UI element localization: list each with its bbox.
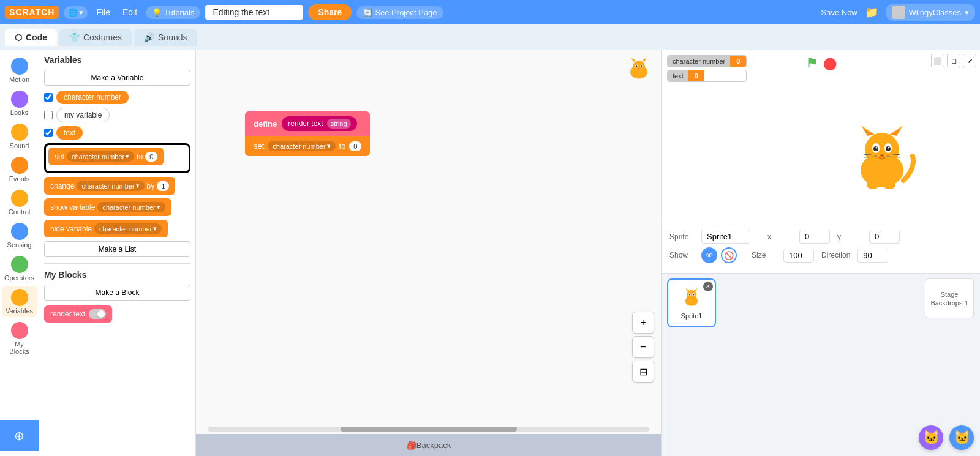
sprite-delete-button[interactable]: ✕ bbox=[703, 282, 713, 291]
sidebar-item-sound[interactable]: Sound bbox=[2, 121, 37, 152]
char-number-variable-block[interactable]: character number bbox=[56, 91, 129, 104]
main-layout: Motion Looks Sound Events Control Sensin… bbox=[0, 50, 980, 456]
show-visible-button[interactable]: 👁 bbox=[701, 247, 717, 263]
render-text-block[interactable]: render text bbox=[44, 305, 112, 323]
sidebar-item-control[interactable]: Control bbox=[2, 187, 37, 218]
backpack-icon: 🎒 bbox=[407, 441, 417, 450]
zoom-in-button[interactable]: + bbox=[632, 312, 654, 334]
sidebar-item-variables[interactable]: Variables bbox=[2, 286, 37, 317]
costumes-icon: 👕 bbox=[69, 32, 80, 42]
edit-menu[interactable]: Edit bbox=[119, 7, 141, 17]
sidebar-item-looks[interactable]: Looks bbox=[2, 88, 37, 119]
sprite-cat-icon bbox=[680, 287, 703, 311]
tab-code[interactable]: ⬡ Code bbox=[5, 29, 57, 46]
y-label: y bbox=[837, 233, 862, 241]
scratch-logo[interactable]: SCRATCH bbox=[5, 6, 59, 19]
add-extension-button[interactable]: ⊕ bbox=[0, 420, 39, 451]
sidebar-item-operators[interactable]: Operators bbox=[2, 253, 37, 284]
backdrops-count: Backdrops 1 bbox=[930, 299, 968, 307]
sidebar-item-events[interactable]: Events bbox=[2, 154, 37, 185]
project-title-input[interactable]: Editing the text bbox=[205, 5, 303, 20]
svg-point-17 bbox=[888, 147, 890, 149]
stage-thumbnail[interactable]: Stage Backdrops 1 bbox=[925, 278, 974, 318]
sprite-info-row-2: Show 👁 🚫 Size Direction bbox=[669, 247, 973, 263]
category-sidebar: Motion Looks Sound Events Control Sensin… bbox=[0, 50, 39, 456]
sprite-card-sprite1[interactable]: ✕ Sprite1 bbox=[667, 278, 716, 327]
stop-button[interactable]: ⬤ bbox=[823, 56, 837, 70]
show-variable-block[interactable]: show variable character number bbox=[44, 198, 172, 216]
file-menu[interactable]: File bbox=[92, 7, 114, 17]
save-now-button[interactable]: Save Now bbox=[821, 8, 858, 17]
sync-icon: 🔄 bbox=[363, 8, 372, 17]
direction-input[interactable] bbox=[858, 249, 888, 263]
tutorials-button[interactable]: 💡 Tutorials bbox=[146, 6, 200, 19]
change-variable-dropdown[interactable]: character number bbox=[77, 181, 144, 191]
globe-chevron-icon: ▾ bbox=[79, 8, 83, 17]
language-button[interactable]: 🌐 ▾ bbox=[64, 6, 88, 19]
variables-dot bbox=[11, 289, 28, 306]
my-blocks-section-header: My Blocks bbox=[44, 270, 190, 280]
make-variable-button[interactable]: Make a Variable bbox=[44, 70, 190, 86]
char-number-checkbox[interactable] bbox=[44, 93, 53, 102]
sidebar-item-sensing[interactable]: Sensing bbox=[2, 220, 37, 251]
set-block[interactable]: set character number to 0 bbox=[48, 148, 164, 165]
canvas-cat-icon bbox=[624, 55, 654, 88]
green-flag-button[interactable]: ⚑ bbox=[806, 55, 818, 71]
show-hidden-button[interactable]: 🚫 bbox=[721, 247, 737, 263]
sprite-on-stage bbox=[845, 122, 919, 192]
small-stage-button[interactable]: ⬜ bbox=[931, 54, 944, 67]
sidebar-item-motion[interactable]: Motion bbox=[2, 55, 37, 86]
variables-section-header: Variables bbox=[44, 55, 190, 65]
svg-point-34 bbox=[689, 294, 690, 295]
set-variable-dropdown[interactable]: character number bbox=[67, 151, 134, 162]
sprite-info-row-1: Sprite x y bbox=[669, 230, 973, 244]
see-project-button[interactable]: 🔄 See Project Page bbox=[356, 6, 443, 19]
canvas-set-variable-dropdown[interactable]: character number bbox=[268, 141, 335, 151]
share-button[interactable]: Share bbox=[308, 4, 352, 20]
render-text-toggle[interactable] bbox=[89, 309, 106, 319]
tab-sounds[interactable]: 🔊 Sounds bbox=[134, 29, 197, 46]
show-variable-dropdown[interactable]: character number bbox=[97, 202, 165, 212]
user-menu[interactable]: WlingyClasses ▾ bbox=[886, 4, 975, 21]
svg-marker-8 bbox=[642, 58, 647, 62]
myblocks-dot bbox=[11, 322, 28, 339]
user-chevron-icon: ▾ bbox=[965, 8, 969, 17]
make-list-button[interactable]: Make a List bbox=[44, 241, 190, 257]
canvas-zoom-toolbar: + − ⊟ bbox=[632, 312, 654, 383]
add-sprite-button[interactable]: 🐱 bbox=[949, 425, 974, 450]
fullscreen-button[interactable]: ⤢ bbox=[963, 54, 976, 67]
fit-to-screen-button[interactable]: ⊟ bbox=[632, 361, 654, 383]
define-pill: render text string bbox=[282, 116, 356, 131]
canvas-set-value[interactable]: 0 bbox=[349, 141, 361, 151]
define-block-canvas[interactable]: define render text string bbox=[245, 111, 370, 136]
add-backdrop-button[interactable]: 🐱 bbox=[919, 425, 943, 450]
set-value-input[interactable]: 0 bbox=[145, 152, 157, 162]
y-input[interactable] bbox=[869, 230, 900, 244]
change-value-input[interactable]: 1 bbox=[157, 181, 169, 191]
large-stage-button[interactable]: ◻ bbox=[947, 54, 960, 67]
my-variable-checkbox[interactable] bbox=[44, 111, 53, 119]
my-variable-block[interactable]: my variable bbox=[56, 108, 110, 122]
size-input[interactable] bbox=[783, 249, 814, 263]
text-checkbox[interactable] bbox=[44, 129, 53, 137]
backpack-bar[interactable]: 🎒 Backpack bbox=[196, 434, 662, 456]
zoom-out-button[interactable]: − bbox=[632, 336, 654, 358]
sprite-name-input[interactable] bbox=[701, 230, 750, 244]
set-block-canvas[interactable]: set character number to 0 bbox=[245, 136, 370, 156]
canvas-scrollbar-thumb[interactable] bbox=[341, 427, 517, 432]
canvas-horizontal-scrollbar[interactable] bbox=[208, 427, 649, 432]
text-variable-block[interactable]: text bbox=[56, 126, 83, 140]
hide-variable-block[interactable]: hide variable character number bbox=[44, 220, 168, 237]
script-canvas[interactable]: define render text string set character … bbox=[196, 50, 662, 456]
sensing-dot bbox=[11, 223, 28, 240]
sidebar-item-myblocks[interactable]: My Blocks bbox=[2, 320, 37, 357]
hide-variable-dropdown[interactable]: character number bbox=[94, 223, 162, 234]
svg-point-29 bbox=[883, 181, 895, 189]
change-block[interactable]: change character number by 1 bbox=[44, 177, 175, 195]
right-panel: ⚑ ⬤ ⬜ ◻ ⤢ character number 0 text 0 bbox=[662, 50, 980, 456]
tab-costumes[interactable]: 👕 Costumes bbox=[59, 29, 132, 46]
make-block-button[interactable]: Make a Block bbox=[44, 285, 190, 301]
motion-dot bbox=[11, 58, 28, 75]
folder-icon[interactable]: 📁 bbox=[865, 6, 878, 19]
x-input[interactable] bbox=[799, 230, 830, 244]
